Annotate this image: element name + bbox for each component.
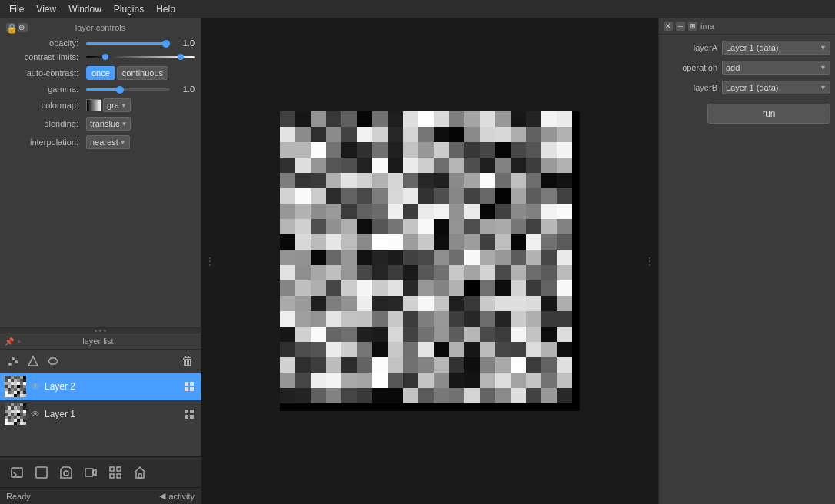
colormap-swatch[interactable]: [86, 99, 101, 111]
blending-label: blending:: [6, 119, 83, 128]
rph-float-icon[interactable]: ⊞: [688, 22, 697, 31]
menu-file[interactable]: File: [3, 2, 30, 16]
left-panel: 🔒 ⊕ layer controls opacity: 1.0: [0, 18, 201, 504]
svg-point-2: [15, 360, 18, 363]
layerA-row: layerA Layer 1 (data) ▼: [664, 41, 830, 55]
status-ready: Ready: [6, 492, 31, 501]
gamma-value: 1.0: [173, 85, 195, 94]
opacity-slider-container: 1.0: [86, 38, 195, 48]
auto-contrast-row: auto-contrast: once continuous: [6, 66, 195, 80]
delete-layer-btn[interactable]: 🗑: [179, 353, 196, 370]
canvas-area: ⋮ ⋮: [201, 18, 658, 504]
canvas-handle-left[interactable]: ⋮: [205, 255, 215, 267]
record-btn[interactable]: [80, 462, 101, 483]
svg-rect-21: [138, 474, 141, 478]
blending-arrow: ▼: [121, 121, 128, 128]
operation-label: operation: [664, 63, 717, 72]
svg-rect-14: [36, 467, 47, 478]
layer-1-name: Layer 1: [45, 409, 181, 419]
contrast-thumb-left[interactable]: [102, 54, 108, 60]
contrast-limits-row: contrast limits:: [6, 52, 195, 61]
canvas-handle-right[interactable]: ⋮: [644, 255, 655, 267]
layerB-label: layerB: [664, 83, 717, 92]
auto-contrast-continuous-btn[interactable]: continuous: [117, 66, 168, 80]
menubar: File View Window Plugins Help: [0, 0, 835, 18]
layer-list-pin-icon[interactable]: 📌: [5, 337, 14, 346]
auto-contrast-label: auto-contrast:: [6, 68, 83, 78]
interpolation-row: interpolation: nearest ▼: [6, 135, 195, 149]
panel-divider[interactable]: [0, 327, 201, 333]
rph-min-icon[interactable]: ─: [676, 22, 685, 31]
layer-controls-panel: 🔒 ⊕ layer controls opacity: 1.0: [0, 18, 201, 327]
layer-2-visibility-btn[interactable]: 👁: [29, 380, 42, 393]
colormap-select[interactable]: gra ▼: [103, 98, 131, 112]
operation-row: operation add ▼: [664, 61, 830, 75]
opacity-value: 1.0: [173, 38, 195, 48]
menu-plugins[interactable]: Plugins: [108, 2, 150, 16]
home-btn[interactable]: [129, 462, 151, 483]
svg-rect-19: [110, 474, 114, 478]
bottom-toolbar: [0, 456, 201, 487]
operation-value: add: [726, 63, 740, 72]
svg-rect-11: [190, 415, 194, 419]
activity-btn[interactable]: ◀ activity: [159, 491, 195, 501]
right-panel-header: ✕ ─ ⊞ ima: [659, 18, 835, 35]
layer-item-2[interactable]: 👁 Layer 2: [0, 373, 201, 400]
menu-help[interactable]: Help: [150, 2, 181, 16]
auto-contrast-once-btn[interactable]: once: [86, 66, 115, 80]
layerA-arrow: ▼: [820, 44, 827, 51]
add-shapes-btn[interactable]: [25, 353, 42, 370]
layerB-select[interactable]: Layer 1 (data) ▼: [722, 81, 830, 94]
grid-btn[interactable]: [105, 462, 126, 483]
svg-rect-8: [185, 410, 188, 413]
layer-list-panel-icons: 📌 +: [5, 337, 22, 346]
statusbar: Ready ◀ activity: [0, 487, 201, 504]
layerA-select[interactable]: Layer 1 (data) ▼: [722, 41, 830, 55]
napari-canvas[interactable]: [280, 111, 580, 411]
viewer-btn[interactable]: [31, 462, 52, 483]
pin-icon[interactable]: 🔒: [6, 23, 15, 32]
screenshot-btn[interactable]: [55, 462, 77, 483]
layer-list-toolbar: 🗑: [0, 350, 201, 373]
svg-point-15: [64, 471, 68, 476]
colormap-arrow: ▼: [121, 102, 127, 109]
gamma-slider[interactable]: [86, 88, 170, 91]
svg-rect-5: [190, 382, 194, 386]
layerA-label: layerA: [664, 43, 717, 52]
menu-view[interactable]: View: [30, 2, 62, 16]
colormap-dropdown-container: gra ▼: [86, 98, 195, 112]
interpolation-select[interactable]: nearest ▼: [86, 135, 130, 149]
gamma-slider-container: 1.0: [86, 85, 195, 94]
contrast-limits-label: contrast limits:: [6, 52, 83, 61]
svg-marker-3: [28, 356, 38, 366]
layerA-value: Layer 1 (data): [726, 43, 778, 52]
contrast-slider[interactable]: [86, 56, 195, 58]
add-points-btn[interactable]: [5, 353, 22, 370]
gamma-label: gamma:: [6, 85, 83, 94]
svg-point-0: [8, 363, 12, 366]
colormap-label: colormap:: [6, 101, 83, 110]
blending-select[interactable]: transluc ▼: [86, 117, 131, 131]
right-panel-content: layerA Layer 1 (data) ▼ operation add ▼ …: [659, 35, 835, 136]
opacity-label: opacity:: [6, 38, 83, 48]
layer-list-header: 📌 + layer list: [0, 333, 201, 350]
menu-window[interactable]: Window: [62, 2, 108, 16]
svg-rect-9: [190, 410, 194, 413]
run-button[interactable]: run: [707, 104, 830, 124]
layer-item-1[interactable]: 👁 Layer 1: [0, 400, 201, 428]
layer-list-title: layer list: [22, 337, 175, 346]
run-row: run: [664, 101, 830, 124]
contrast-thumb-right[interactable]: [178, 54, 184, 60]
activity-label: activity: [168, 492, 195, 501]
layer-1-visibility-btn[interactable]: 👁: [29, 408, 42, 420]
expand-icon[interactable]: ⊕: [18, 23, 28, 32]
rph-close-icon[interactable]: ✕: [664, 22, 673, 31]
operation-select[interactable]: add ▼: [722, 61, 830, 75]
opacity-slider[interactable]: [86, 42, 170, 45]
right-panel-title: ima: [700, 22, 714, 31]
blending-row: blending: transluc ▼: [6, 117, 195, 131]
svg-rect-16: [85, 469, 93, 476]
activity-arrow: ◀: [159, 491, 165, 501]
add-labels-btn[interactable]: [45, 353, 62, 370]
console-btn[interactable]: [6, 462, 28, 483]
